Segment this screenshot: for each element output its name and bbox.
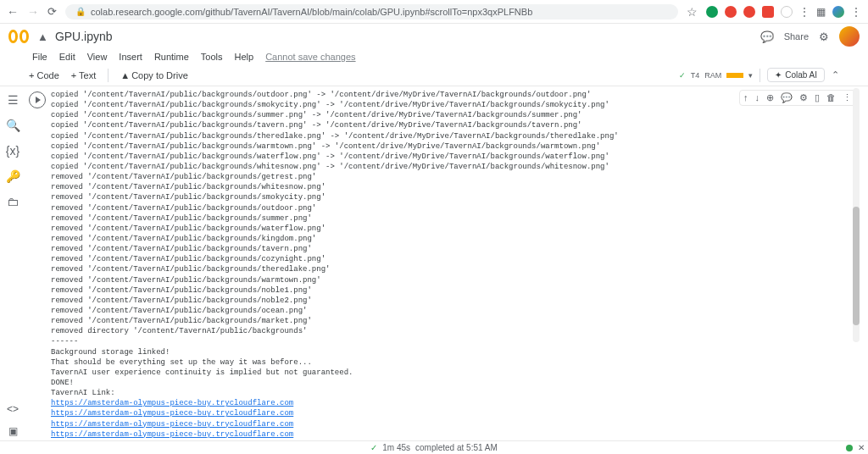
menu-help[interactable]: Help: [235, 52, 254, 62]
check-icon: ✓: [370, 443, 377, 452]
lock-icon: 🔒: [75, 7, 86, 16]
add-code-button[interactable]: + Code: [29, 70, 59, 80]
cannot-save[interactable]: Cannot save changes: [265, 52, 355, 62]
comment-icon[interactable]: 💬: [760, 30, 774, 43]
terminal-icon[interactable]: ▣: [8, 425, 18, 437]
separator: [108, 69, 108, 82]
menu-icon[interactable]: ⋮: [851, 6, 861, 18]
status-bar: ✓ 1m 45s completed at 5:51 AM ✕: [0, 440, 868, 454]
browser-toolbar: ← → ⟳ 🔒 colab.research.google.com/github…: [0, 0, 868, 24]
toc-icon[interactable]: ☰: [8, 93, 19, 107]
extensions: ⋮ ▦ ⋮: [706, 6, 861, 18]
run-cell-button[interactable]: [29, 91, 46, 108]
url-bar[interactable]: 🔒 colab.research.google.com/github/Taver…: [65, 4, 678, 19]
scrollbar-thumb[interactable]: [853, 207, 860, 325]
ext-icon[interactable]: [743, 6, 755, 18]
back-icon[interactable]: ←: [7, 5, 19, 19]
drive-icon: ▲: [37, 30, 48, 43]
delete-icon[interactable]: 🗑: [826, 92, 836, 103]
connect-status[interactable]: ✓ T4 RAM ▾: [679, 71, 754, 80]
colab-header: ▲ GPU.ipynb 💬 Share ⚙: [0, 24, 868, 49]
profile-icon[interactable]: [832, 6, 844, 18]
menu-bar: File Edit View Insert Runtime Tools Help…: [0, 49, 868, 64]
separator: [760, 69, 760, 82]
notebook-title[interactable]: GPU.ipynb: [55, 30, 113, 43]
move-down-icon[interactable]: ↓: [755, 92, 760, 103]
bottom-left-rail: <> ▣: [0, 132, 25, 437]
output-cell: copied '/content/TavernAI/public/backgro…: [29, 90, 860, 440]
settings-icon[interactable]: ⚙: [819, 30, 829, 43]
cell-output: copied '/content/TavernAI/public/backgro…: [51, 90, 619, 440]
settings-icon[interactable]: ⚙: [799, 92, 808, 103]
notebook-content: ↑ ↓ ⊕ 💬 ⚙ ▯ 🗑 ⋮ copied '/content/TavernA…: [25, 86, 868, 440]
menu-view[interactable]: View: [87, 52, 108, 62]
status-indicator: [846, 445, 853, 451]
ext-icon[interactable]: [706, 6, 718, 18]
comment-icon[interactable]: 💬: [781, 92, 793, 103]
colab-ai-button[interactable]: ✦ Colab AI: [767, 68, 825, 82]
reload-icon[interactable]: ⟳: [47, 5, 57, 18]
menu-file[interactable]: File: [32, 52, 47, 62]
scrollbar[interactable]: [853, 88, 860, 342]
apps-icon[interactable]: ▦: [816, 6, 826, 18]
notebook-toolbar: + Code + Text ▲ Copy to Drive ✓ T4 RAM ▾…: [0, 64, 868, 86]
cell-toolbar: ↑ ↓ ⊕ 💬 ⚙ ▯ 🗑 ⋮: [739, 90, 856, 106]
menu-runtime[interactable]: Runtime: [154, 52, 189, 62]
more-icon[interactable]: ⋮: [843, 92, 852, 103]
menu-edit[interactable]: Edit: [59, 52, 75, 62]
code-icon[interactable]: <>: [7, 403, 19, 415]
ext-icon[interactable]: [762, 6, 774, 18]
chevron-up-icon[interactable]: ⌃: [832, 69, 839, 80]
puzzle-icon[interactable]: ⋮: [799, 6, 810, 18]
close-status-icon[interactable]: ✕: [858, 443, 865, 452]
share-button[interactable]: Share: [784, 31, 809, 42]
copy-to-drive-button[interactable]: ▲ Copy to Drive: [120, 70, 188, 80]
mirror-icon[interactable]: ▯: [815, 92, 820, 103]
add-text-button[interactable]: + Text: [71, 70, 96, 80]
ext-icon[interactable]: [725, 6, 737, 18]
status-text: completed at 5:51 AM: [415, 443, 498, 452]
colab-logo[interactable]: [8, 30, 31, 43]
url-text: colab.research.google.com/github/TavernA…: [91, 7, 532, 17]
status-time: 1m 45s: [382, 443, 410, 452]
menu-tools[interactable]: Tools: [201, 52, 223, 62]
move-up-icon[interactable]: ↑: [743, 92, 748, 103]
ext-icon[interactable]: [781, 6, 793, 18]
link-icon[interactable]: ⊕: [766, 92, 774, 103]
menu-insert[interactable]: Insert: [119, 52, 142, 62]
search-icon[interactable]: 🔍: [6, 119, 20, 132]
bookmark-icon[interactable]: ☆: [687, 5, 698, 19]
forward-icon[interactable]: →: [27, 5, 39, 19]
user-avatar[interactable]: [839, 26, 860, 47]
